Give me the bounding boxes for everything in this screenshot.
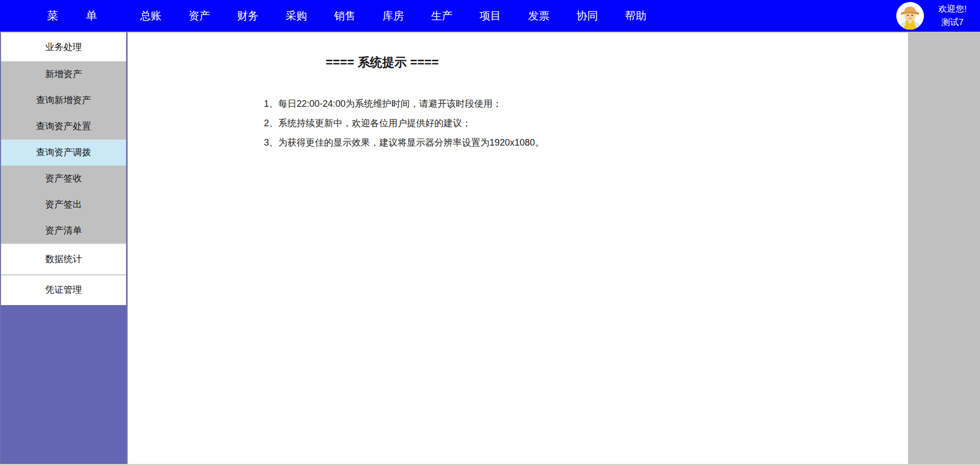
sidebar-item[interactable]: 凭证管理 <box>1 274 126 305</box>
bottom-scrollbar-track[interactable] <box>0 464 980 466</box>
sidebar-item-label: 查询资产处置 <box>36 121 91 131</box>
top-nav-item[interactable]: 销售 <box>321 0 369 32</box>
sidebar-item[interactable]: 查询新增资产 <box>1 87 126 113</box>
top-nav: 总账 资产 财务 采购 销售 库房 生产 项目 发票 协同 帮助 <box>127 0 660 32</box>
notice-line: 3、为获得更佳的显示效果，建议将显示器分辨率设置为1920x1080。 <box>264 133 544 152</box>
welcome-text: 欢迎您! 测试7 <box>929 3 976 29</box>
notice-line: 1、每日22:00-24:00为系统维护时间，请避开该时段使用； <box>264 94 544 113</box>
top-nav-item[interactable]: 帮助 <box>611 0 660 32</box>
sidebar-item-label: 资产清单 <box>45 225 82 236</box>
sidebar-item-label: 查询资产调拨 <box>36 147 91 157</box>
welcome-greeting: 欢迎您! <box>929 3 976 16</box>
sidebar-item[interactable]: 新增资产 <box>1 61 126 87</box>
top-nav-item[interactable]: 发票 <box>514 0 563 32</box>
system-notice-title: ==== 系统提示 ==== <box>326 54 438 71</box>
top-nav-item[interactable]: 协同 <box>563 0 611 32</box>
sidebar-item[interactable]: 资产清单 <box>1 218 126 244</box>
top-nav-item[interactable]: 总账 <box>127 0 175 32</box>
farmer-avatar-icon[interactable] <box>896 2 924 30</box>
sidebar-item-label: 资产签出 <box>45 199 82 209</box>
top-nav-item[interactable]: 库房 <box>369 0 418 32</box>
right-gray-panel <box>908 32 980 464</box>
sidebar-item-label: 查询新增资产 <box>36 95 91 105</box>
sidebar-item-label: 凭证管理 <box>45 285 82 295</box>
topbar: 菜 单 总账 资产 财务 采购 销售 库房 生产 项目 发票 协同 帮助 <box>0 0 980 32</box>
sidebar-item[interactable]: 数据统计 <box>1 244 126 274</box>
top-nav-item[interactable]: 财务 <box>224 0 272 32</box>
main-content: ==== 系统提示 ==== 1、每日22:00-24:00为系统维护时间，请避… <box>128 32 908 464</box>
sidebar-item-label: 新增资产 <box>45 69 82 79</box>
notice-list: 1、每日22:00-24:00为系统维护时间，请避开该时段使用； 2、系统持续更… <box>264 94 544 152</box>
user-area: 欢迎您! 测试7 <box>896 2 976 30</box>
sidebar-item-label: 业务处理 <box>45 42 82 52</box>
top-nav-item[interactable]: 项目 <box>466 0 514 32</box>
sidebar: 业务处理 新增资产 查询新增资产 查询资产处置 查询资产调拨 资产签收 资产 <box>0 32 128 464</box>
sidebar-item-label: 数据统计 <box>45 254 82 264</box>
sidebar-item[interactable]: 资产签出 <box>1 192 126 218</box>
sidebar-menu: 业务处理 新增资产 查询新增资产 查询资产处置 查询资产调拨 资产签收 资产 <box>1 33 126 305</box>
notice-line: 2、系统持续更新中，欢迎各位用户提供好的建议； <box>264 113 544 133</box>
sidebar-item[interactable]: 查询资产调拨 <box>1 139 126 166</box>
username: 测试7 <box>929 16 976 29</box>
sidebar-item[interactable]: 资产签收 <box>1 166 126 192</box>
menu-button[interactable]: 菜 单 <box>47 0 109 32</box>
sidebar-item-label: 资产签收 <box>45 173 82 183</box>
top-nav-item[interactable]: 采购 <box>272 0 321 32</box>
top-nav-item[interactable]: 资产 <box>175 0 224 32</box>
sidebar-item[interactable]: 查询资产处置 <box>1 113 126 139</box>
sidebar-item[interactable]: 业务处理 <box>1 33 126 61</box>
top-nav-item[interactable]: 生产 <box>418 0 466 32</box>
